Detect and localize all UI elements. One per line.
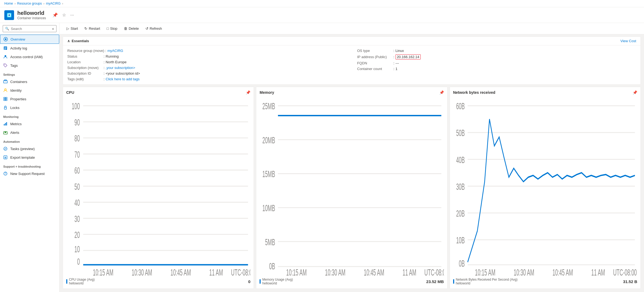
svg-text:UTC-08:00: UTC-08:00 (424, 267, 444, 276)
search-input[interactable] (11, 27, 50, 31)
sidebar-item-containers[interactable]: Containers (0, 77, 59, 86)
sidebar-item-alerts[interactable]: Alerts (0, 128, 59, 137)
svg-text:20: 20 (74, 230, 80, 240)
cpu-legend-sub: helloworld (69, 281, 95, 285)
network-legend-bar (453, 279, 454, 284)
svg-rect-20 (5, 123, 6, 125)
favorite-button[interactable]: ☆ (61, 11, 67, 19)
pin-button[interactable]: 📌 (51, 11, 59, 19)
container-count-label: Container count (357, 67, 392, 71)
essentials-left-col: Resource group (move) : myACIRG Status :… (67, 49, 346, 81)
properties-icon (3, 97, 8, 101)
essentials-header: ∧ Essentials View Cost (63, 37, 640, 45)
monitoring-section-label: Monitoring (0, 112, 59, 120)
header-actions: 📌 ☆ ··· (51, 11, 75, 19)
resource-group-label: Resource group (move) (67, 49, 104, 53)
sidebar-item-tasks[interactable]: Tasks (preview) (0, 144, 59, 153)
sidebar-item-overview[interactable]: Overview (0, 35, 59, 44)
automation-section-label: Automation (0, 137, 59, 144)
svg-text:?: ? (5, 172, 6, 175)
svg-text:10:45 AM: 10:45 AM (170, 267, 191, 276)
sidebar-item-metrics[interactable]: Metrics (0, 120, 59, 128)
alerts-icon (3, 130, 8, 135)
subscription-id-label: Subscription ID (67, 71, 102, 75)
svg-text:10MB: 10MB (263, 203, 275, 213)
memory-chart-svg: 25MB 20MB 15MB 10MB 5MB 0B (260, 97, 444, 276)
svg-rect-21 (6, 122, 7, 125)
memory-pin-button[interactable]: 📌 (439, 90, 444, 95)
access-control-icon (3, 55, 8, 59)
svg-text:40: 40 (74, 198, 80, 208)
restart-button[interactable]: ↻ Restart (82, 25, 103, 32)
more-button[interactable]: ··· (69, 11, 75, 19)
memory-legend-text: Memory Usage (Avg) helloworld (262, 278, 293, 285)
svg-rect-17 (6, 99, 7, 101)
essentials-resource-group: Resource group (move) : myACIRG (67, 49, 346, 53)
network-pin-button[interactable]: 📌 (633, 90, 637, 95)
svg-text:10:45 AM: 10:45 AM (552, 267, 573, 276)
breadcrumb-resource-groups[interactable]: Resource groups (17, 2, 42, 5)
subscription-id-value: <your subscription id> (106, 71, 140, 75)
svg-text:0B: 0B (269, 261, 275, 271)
cpu-chart-value: 0 (248, 279, 250, 284)
memory-chart-value: 23.52 MB (426, 279, 444, 284)
sidebar: 🔍 « Overview Activity log Access control… (0, 23, 59, 292)
sidebar-item-export-template[interactable]: Export template (0, 153, 59, 162)
sidebar-item-properties[interactable]: Properties (0, 95, 59, 103)
svg-text:40B: 40B (456, 155, 465, 165)
svg-rect-12 (4, 80, 6, 81)
cpu-pin-button[interactable]: 📌 (246, 90, 250, 95)
essentials-os-type: OS type : Linux (357, 49, 636, 53)
svg-text:10B: 10B (456, 235, 465, 245)
memory-chart-footer: Memory Usage (Avg) helloworld 23.52 MB (260, 278, 444, 285)
essentials-container-count: Container count : 1 (357, 67, 636, 71)
svg-text:30B: 30B (456, 182, 465, 192)
search-box[interactable]: 🔍 « (3, 25, 57, 32)
sidebar-overview-label: Overview (11, 37, 25, 41)
svg-text:10:15 AM: 10:15 AM (475, 267, 495, 276)
sidebar-item-locks[interactable]: Locks (0, 103, 59, 112)
breadcrumb: Home › Resource groups › myACIRG › (0, 0, 644, 7)
cpu-chart-title: CPU (66, 90, 74, 95)
svg-text:60B: 60B (456, 101, 465, 111)
start-button[interactable]: ▷ Start (64, 25, 81, 32)
sidebar-identity-label: Identity (10, 88, 22, 92)
collapse-essentials-icon: ∧ (67, 39, 70, 43)
cpu-chart-svg: 100 90 80 70 60 50 40 30 20 10 0 (66, 97, 250, 276)
svg-text:25MB: 25MB (263, 101, 275, 111)
resource-group-value: myACIRG (107, 49, 123, 53)
restart-icon: ↻ (84, 26, 87, 31)
svg-text:11 AM: 11 AM (403, 267, 416, 276)
sidebar-item-activity-log[interactable]: Activity log (0, 44, 59, 52)
essentials-status: Status : Running (67, 54, 346, 58)
sidebar-activity-log-label: Activity log (10, 46, 27, 50)
sidebar-item-identity[interactable]: Identity (0, 86, 59, 95)
network-chart-svg: 60B 50B 40B 30B 20B 10B 0B (453, 97, 637, 276)
collapse-button[interactable]: « (52, 26, 54, 31)
svg-text:100: 100 (72, 101, 80, 111)
svg-text:60: 60 (74, 165, 80, 175)
svg-point-10 (4, 64, 5, 65)
delete-button[interactable]: 🗑 Delete (121, 25, 142, 32)
sidebar-item-access-control[interactable]: Access control (IAM) (0, 52, 59, 61)
view-cost-link[interactable]: View Cost (620, 39, 636, 43)
cpu-chart-header: CPU 📌 (66, 90, 250, 95)
svg-text:10:30 AM: 10:30 AM (514, 267, 534, 276)
sidebar-item-tags[interactable]: Tags (0, 61, 59, 70)
stop-button[interactable]: □ Stop (104, 25, 120, 32)
network-legend-sub: helloworld (456, 281, 518, 285)
identity-icon (3, 88, 8, 92)
page-header: helloworld Container instances 📌 ☆ ··· (0, 7, 644, 23)
refresh-button[interactable]: ↺ Refresh (143, 25, 165, 32)
memory-legend-label: Memory Usage (Avg) (262, 278, 293, 281)
breadcrumb-myacirg[interactable]: myACIRG (46, 2, 61, 5)
sidebar-properties-label: Properties (10, 97, 26, 101)
svg-text:10:45 AM: 10:45 AM (364, 267, 384, 276)
delete-icon: 🗑 (124, 26, 127, 31)
network-chart-value: 31.52 B (623, 279, 637, 284)
svg-point-2 (8, 14, 10, 16)
svg-point-4 (5, 38, 6, 40)
sidebar-item-new-support[interactable]: ? New Support Request (0, 169, 59, 178)
breadcrumb-home[interactable]: Home (4, 2, 13, 5)
svg-text:10:30 AM: 10:30 AM (132, 267, 152, 276)
